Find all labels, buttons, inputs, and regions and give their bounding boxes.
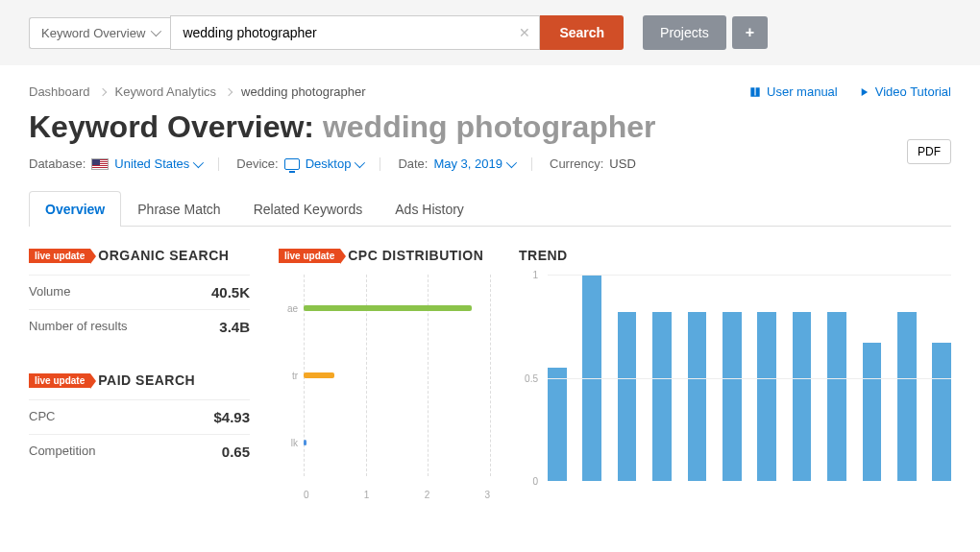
live-update-badge: live update — [29, 249, 90, 263]
search-wrap: ✕ — [170, 15, 540, 50]
filter-device: Device: Desktop — [236, 156, 362, 171]
cpc-category-label: tr — [279, 371, 298, 381]
currency-value: USD — [609, 156, 635, 171]
page-title: Keyword Overview: wedding photographer — [29, 108, 701, 145]
breadcrumb-current: wedding photographer — [241, 84, 365, 99]
scope-selector-label: Keyword Overview — [41, 26, 145, 40]
live-update-badge: live update — [29, 373, 90, 388]
filter-database: Database: United States — [29, 156, 201, 171]
filter-label: Device: — [236, 156, 278, 171]
section-header: TREND — [519, 248, 951, 263]
stat-row: Volume 40.5K — [29, 275, 250, 309]
cpc-bar — [304, 440, 306, 445]
stat-row: Competition 0.65 — [29, 434, 250, 468]
live-update-badge: live update — [279, 249, 340, 263]
projects-button[interactable]: Projects — [643, 15, 726, 50]
stat-label: Volume — [29, 284, 70, 300]
tab-phrase-match[interactable]: Phrase Match — [121, 191, 236, 227]
tab-ads-history[interactable]: Ads History — [379, 191, 480, 227]
section-title: ORGANIC SEARCH — [98, 248, 229, 263]
title-prefix: Keyword Overview: — [29, 109, 323, 144]
trend-bar — [757, 312, 776, 481]
trend-bar — [652, 312, 672, 481]
title-keyword: wedding photographer — [323, 109, 656, 144]
chevron-down-icon — [506, 157, 517, 168]
cpc-xtick: 2 — [425, 490, 430, 500]
stat-label: Number of results — [29, 319, 128, 335]
stat-row: Number of results 3.4B — [29, 309, 250, 344]
stat-value: $4.93 — [213, 409, 250, 425]
cpc-row: lk — [279, 409, 490, 476]
stat-label: Competition — [29, 444, 95, 460]
trend-bar — [688, 312, 707, 481]
tab-related-keywords[interactable]: Related Keywords — [237, 191, 380, 227]
cpc-category-label: ae — [279, 303, 298, 314]
cpc-xaxis: 0123 — [279, 490, 490, 500]
chevron-down-icon — [193, 157, 204, 168]
stat-value: 0.65 — [222, 444, 250, 460]
cpc-xtick: 0 — [304, 490, 309, 500]
search-input[interactable] — [170, 15, 540, 50]
cpc-xtick: 1 — [364, 490, 370, 500]
trend-ytick: 1 — [532, 270, 538, 280]
filter-label: Database: — [29, 156, 86, 171]
database-selector[interactable]: United States — [114, 156, 201, 171]
trend-bar — [932, 343, 951, 481]
cpc-bar — [304, 372, 334, 378]
top-bar: Keyword Overview ✕ Search Projects + — [0, 0, 980, 65]
trend-bar — [723, 312, 742, 481]
stat-value: 3.4B — [219, 319, 250, 335]
trend-ytick: 0 — [532, 476, 538, 487]
trend-bar — [827, 312, 846, 481]
section-title: PAID SEARCH — [98, 372, 195, 388]
scope-selector[interactable]: Keyword Overview — [29, 17, 170, 49]
cpc-category-label: lk — [279, 438, 298, 448]
user-manual-link[interactable]: User manual — [748, 84, 838, 99]
date-selector[interactable]: May 3, 2019 — [433, 156, 514, 171]
video-tutorial-link[interactable]: Video Tutorial — [857, 84, 951, 99]
filters: Database: United States Device: Desktop … — [29, 156, 951, 171]
device-selector[interactable]: Desktop — [306, 156, 363, 171]
trend-ytick: 0.5 — [525, 372, 538, 383]
divider — [380, 157, 380, 171]
database-value: United States — [114, 156, 189, 171]
chevron-right-icon — [225, 87, 233, 95]
user-manual-label: User manual — [767, 84, 838, 99]
section-title: TREND — [519, 248, 568, 263]
chevron-down-icon — [355, 157, 365, 168]
search-button[interactable]: Search — [540, 15, 624, 50]
date-value: May 3, 2019 — [433, 156, 502, 171]
panels: live update ORGANIC SEARCH Volume 40.5K … — [29, 248, 951, 495]
tabs: Overview Phrase Match Related Keywords A… — [29, 190, 951, 227]
cpc-chart: aetrlk0123 — [279, 275, 490, 495]
book-icon — [748, 85, 762, 99]
pdf-export-button[interactable]: PDF — [907, 139, 951, 164]
filter-currency: Currency: USD — [550, 156, 636, 171]
cpc-row: ae — [279, 275, 490, 342]
us-flag-icon — [91, 158, 109, 170]
add-project-button[interactable]: + — [732, 16, 768, 49]
trend-yaxis: 1 0.5 0 — [519, 275, 543, 481]
trend-bar — [618, 312, 637, 481]
breadcrumb-item[interactable]: Keyword Analytics — [115, 84, 217, 99]
filter-label: Currency: — [550, 156, 603, 171]
trend-bar — [548, 368, 567, 481]
tab-overview[interactable]: Overview — [29, 191, 121, 227]
filter-date: Date: May 3, 2019 — [398, 156, 514, 171]
stat-label: CPC — [29, 409, 55, 425]
clear-icon[interactable]: ✕ — [519, 25, 530, 40]
help-links: User manual Video Tutorial — [748, 84, 951, 99]
stat-value: 40.5K — [211, 284, 250, 300]
panel-left: live update ORGANIC SEARCH Volume 40.5K … — [29, 248, 250, 495]
breadcrumb-item[interactable]: Dashboard — [29, 84, 90, 99]
section-header: live update ORGANIC SEARCH — [29, 248, 250, 263]
breadcrumb-row: Dashboard Keyword Analytics wedding phot… — [29, 84, 951, 99]
trend-bar — [582, 275, 601, 481]
filter-label: Date: — [398, 156, 428, 171]
breadcrumb: Dashboard Keyword Analytics wedding phot… — [29, 84, 366, 99]
chevron-down-icon — [151, 26, 161, 36]
section-header: live update PAID SEARCH — [29, 372, 250, 388]
device-value: Desktop — [306, 156, 352, 171]
content: Dashboard Keyword Analytics wedding phot… — [0, 65, 980, 515]
cpc-row: tr — [279, 342, 490, 409]
